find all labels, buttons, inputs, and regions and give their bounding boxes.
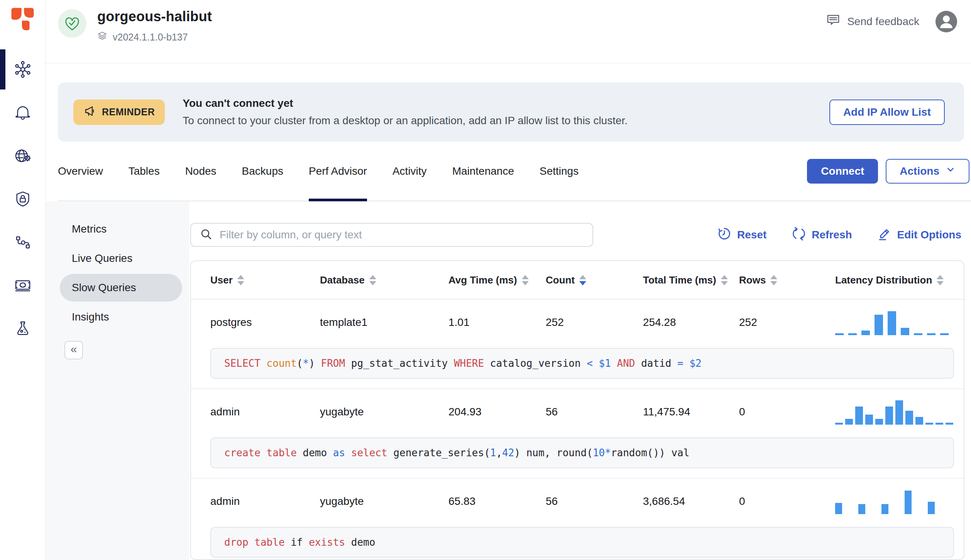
sidebar-item-alerts[interactable] [0, 91, 46, 134]
collapse-subnav-button[interactable]: « [64, 341, 83, 359]
tab-activity[interactable]: Activity [392, 142, 427, 201]
latency-histogram [816, 489, 964, 514]
query-row[interactable]: postgres template1 1.01 252 254.28 252 [191, 300, 964, 345]
queries-toolbar: Reset Refresh [190, 223, 964, 247]
sort-icon[interactable] [770, 275, 777, 285]
cell-total-time: 11,475.94 [624, 406, 720, 418]
cell-user: postgres [191, 316, 301, 329]
cell-count: 56 [526, 406, 624, 418]
table-body: postgres template1 1.01 252 254.28 252 S… [191, 300, 964, 560]
subnav-item-slow-queries[interactable]: Slow Queries [60, 274, 182, 302]
version-layers-icon [97, 31, 107, 43]
shield-lock-icon [14, 190, 32, 208]
perf-advisor-subnav: MetricsLive QueriesSlow QueriesInsights« [46, 201, 189, 560]
query-text-row: drop table if exists demo [191, 524, 964, 560]
refresh-button[interactable]: Refresh [792, 227, 852, 243]
sidebar-item-integrations[interactable] [0, 221, 46, 264]
chevron-down-icon [946, 165, 956, 177]
sidebar-item-billing[interactable] [0, 264, 46, 307]
cell-rows: 0 [720, 495, 816, 508]
cell-rows: 0 [720, 406, 816, 418]
query-text-row: SELECT count(*) FROM pg_stat_activity WH… [191, 345, 964, 389]
subnav-item-live-queries[interactable]: Live Queries [60, 245, 182, 272]
cluster-tabbar: OverviewTablesNodesBackupsPerf AdvisorAc… [58, 142, 971, 201]
megaphone-icon [83, 105, 96, 120]
cluster-health-icon [58, 9, 86, 38]
flask-icon [14, 320, 32, 337]
reminder-badge: REMINDER [73, 100, 165, 125]
integrations-icon [14, 233, 32, 251]
tab-nodes[interactable]: Nodes [185, 142, 217, 201]
sidebar-item-clusters[interactable] [0, 48, 46, 91]
edit-pencil-icon [878, 227, 891, 243]
cluster-name: gorgeous-halibut [97, 8, 212, 25]
subnav-item-insights[interactable]: Insights [60, 303, 182, 331]
cell-avg-time: 1.01 [429, 316, 526, 329]
banner-message: To connect to your cluster from a deskto… [183, 115, 829, 127]
tab-backups[interactable]: Backups [242, 142, 283, 201]
app-sidebar [0, 0, 46, 560]
sort-icon[interactable] [369, 275, 376, 285]
tab-maintenance[interactable]: Maintenance [452, 142, 514, 201]
filter-box[interactable] [190, 223, 593, 247]
cell-database: yugabyte [301, 406, 429, 418]
cell-user: admin [191, 406, 301, 418]
edit-options-label: Edit Options [897, 229, 961, 241]
connect-button[interactable]: Connect [807, 159, 878, 184]
cluster-version: v2024.1.1.0-b137 [113, 32, 188, 43]
sidebar-item-security[interactable] [0, 177, 46, 221]
sidebar-item-labs[interactable] [0, 307, 46, 350]
cell-database: yugabyte [301, 495, 429, 508]
yugabyte-logo[interactable] [0, 0, 46, 48]
query-row[interactable]: admin yugabyte 204.93 56 11,475.94 0 [191, 389, 964, 435]
column-header-avg-time-ms[interactable]: Avg Time (ms) [429, 274, 526, 286]
sql-query-box[interactable]: drop table if exists demo [210, 527, 954, 558]
tab-settings[interactable]: Settings [540, 142, 579, 201]
clusters-icon [14, 60, 32, 79]
bell-icon [14, 104, 32, 121]
cell-count: 252 [526, 316, 624, 329]
cell-user: admin [191, 495, 301, 508]
cell-total-time: 3,686.54 [624, 495, 720, 508]
column-header-rows[interactable]: Rows [720, 274, 816, 286]
reset-label: Reset [737, 229, 766, 241]
sql-query-box[interactable]: SELECT count(*) FROM pg_stat_activity WH… [210, 348, 954, 379]
cell-total-time: 254.28 [624, 316, 720, 329]
add-ip-allow-list-button[interactable]: Add IP Allow List [829, 100, 945, 125]
billing-icon [14, 276, 32, 295]
globe-gear-icon [14, 147, 32, 165]
latency-histogram [816, 399, 964, 425]
reminder-badge-label: REMINDER [102, 106, 155, 118]
reset-history-icon [717, 227, 731, 243]
column-header-count[interactable]: Count [526, 274, 624, 286]
cell-database: template1 [301, 316, 429, 329]
edit-options-button[interactable]: Edit Options [878, 227, 961, 243]
reminder-banner: REMINDER You can't connect yet To connec… [58, 83, 964, 142]
reset-button[interactable]: Reset [717, 227, 766, 243]
page-header: gorgeous-halibut v2024.1.1.0-b137 [46, 0, 971, 63]
slow-queries-table: User Database Avg Time (ms) Count Total … [190, 260, 964, 560]
tab-overview[interactable]: Overview [58, 142, 103, 201]
sort-icon[interactable] [579, 275, 586, 285]
tab-tables[interactable]: Tables [129, 142, 160, 201]
column-header-database[interactable]: Database [301, 274, 429, 286]
column-header-latency-distribution[interactable]: Latency Distribution [816, 274, 964, 286]
banner-title: You can't connect yet [183, 97, 829, 110]
sort-icon[interactable] [937, 275, 944, 285]
sort-icon[interactable] [237, 275, 244, 285]
filter-input[interactable] [220, 229, 584, 241]
cell-avg-time: 204.93 [429, 406, 526, 418]
refresh-label: Refresh [812, 229, 852, 241]
cell-count: 56 [526, 495, 624, 508]
subnav-item-metrics[interactable]: Metrics [60, 215, 182, 243]
user-avatar[interactable] [935, 11, 957, 32]
send-feedback-button[interactable]: Send feedback [826, 12, 919, 30]
column-header-total-time-ms[interactable]: Total Time (ms) [624, 274, 720, 286]
tab-perf-advisor[interactable]: Perf Advisor [309, 142, 367, 201]
search-icon [200, 228, 213, 242]
column-header-user[interactable]: User [191, 274, 301, 286]
sql-query-box[interactable]: create table demo as select generate_ser… [210, 437, 954, 468]
actions-dropdown-button[interactable]: Actions [886, 159, 969, 184]
query-row[interactable]: admin yugabyte 65.83 56 3,686.54 0 [191, 479, 964, 524]
sidebar-item-network[interactable] [0, 134, 46, 177]
